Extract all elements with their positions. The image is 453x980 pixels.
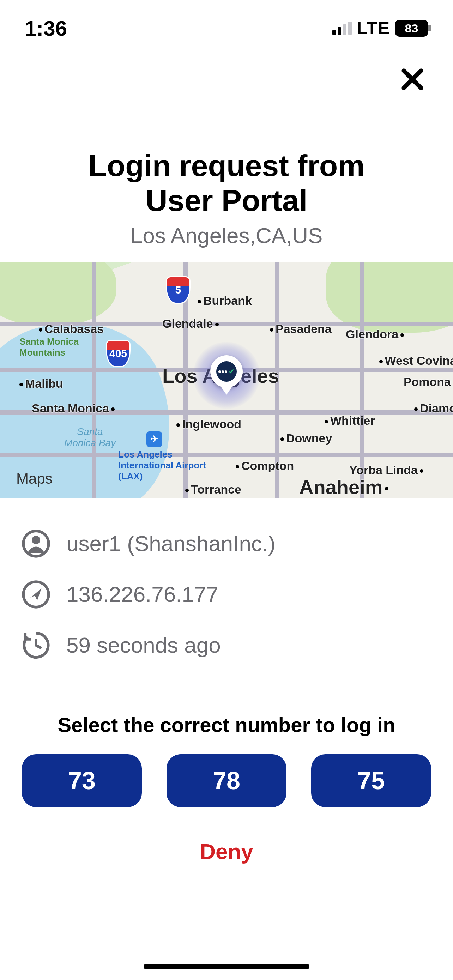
city-label: Anaheim: [299, 476, 388, 498]
interstate-5-shield-icon: 5: [166, 276, 191, 304]
city-label: Burbank: [197, 294, 252, 308]
clock-history-icon: [20, 629, 52, 662]
city-label: Whittier: [324, 414, 375, 428]
close-icon: [400, 67, 425, 92]
city-label: Glendora: [346, 328, 404, 341]
challenge-option-3[interactable]: 75: [311, 754, 431, 807]
city-label: Santa Monica: [32, 401, 114, 415]
interstate-405-shield-icon: 405: [106, 340, 130, 367]
cellular-signal-icon: [332, 22, 352, 35]
ip-value: 136.226.76.177: [66, 582, 218, 607]
map-pin-icon: ✔: [210, 355, 243, 388]
close-button[interactable]: [397, 64, 428, 95]
request-details: user1 (ShanshanInc.) 136.226.76.177 59 s…: [0, 498, 453, 674]
city-label: Malibu: [19, 377, 63, 391]
city-label: Diamo: [414, 401, 453, 415]
city-label: Pomona: [404, 375, 453, 389]
battery-icon: 83: [395, 20, 428, 37]
page-title: Login request from User Portal: [21, 148, 432, 218]
challenge-prompt: Select the correct number to log in: [21, 713, 432, 737]
ip-row: 136.226.76.177: [20, 569, 433, 620]
city-label: Yorba Linda: [349, 463, 423, 477]
title-line2: User Portal: [146, 183, 308, 217]
city-label: Glendale: [162, 317, 219, 331]
location-map[interactable]: 5 405 Burbank Glendale Calabasas Pasaden…: [0, 262, 453, 498]
battery-percentage: 83: [405, 22, 418, 35]
city-label: Calabasas: [39, 322, 104, 336]
deny-button[interactable]: Deny: [200, 839, 253, 864]
time-value: 59 seconds ago: [66, 633, 221, 657]
airport-icon: ✈: [146, 431, 162, 447]
home-indicator[interactable]: [144, 964, 309, 969]
network-type: LTE: [357, 18, 390, 38]
status-time: 1:36: [25, 16, 67, 41]
city-label: Compton: [236, 459, 294, 473]
user-value: user1 (ShanshanInc.): [66, 531, 275, 556]
svg-point-3: [32, 536, 40, 544]
title-line1: Login request from: [88, 148, 365, 182]
maps-attribution: Maps: [14, 470, 52, 487]
park-label: Santa Monica Mountains: [19, 336, 97, 358]
city-label: Torrance: [185, 483, 241, 496]
number-challenge: Select the correct number to log in 73 7…: [0, 674, 453, 864]
city-label: Inglewood: [176, 417, 241, 431]
city-label: Downey: [280, 431, 332, 445]
city-label: West Covina: [379, 354, 453, 368]
user-row: user1 (ShanshanInc.): [20, 518, 433, 569]
status-bar: 1:36 LTE 83: [0, 0, 453, 49]
challenge-option-2[interactable]: 78: [167, 754, 286, 807]
user-icon: [20, 527, 52, 560]
location-arrow-icon: [20, 578, 52, 611]
challenge-option-1[interactable]: 73: [22, 754, 142, 807]
time-row: 59 seconds ago: [20, 620, 433, 671]
city-label: Pasadena: [270, 322, 332, 336]
airport-label: Los Angeles International Airport (LAX): [118, 449, 210, 482]
location-subtitle: Los Angeles,CA,US: [21, 223, 432, 248]
status-right: LTE 83: [332, 18, 428, 38]
bay-label: Santa Monica Bay: [62, 426, 118, 449]
title-block: Login request from User Portal Los Angel…: [0, 102, 453, 262]
